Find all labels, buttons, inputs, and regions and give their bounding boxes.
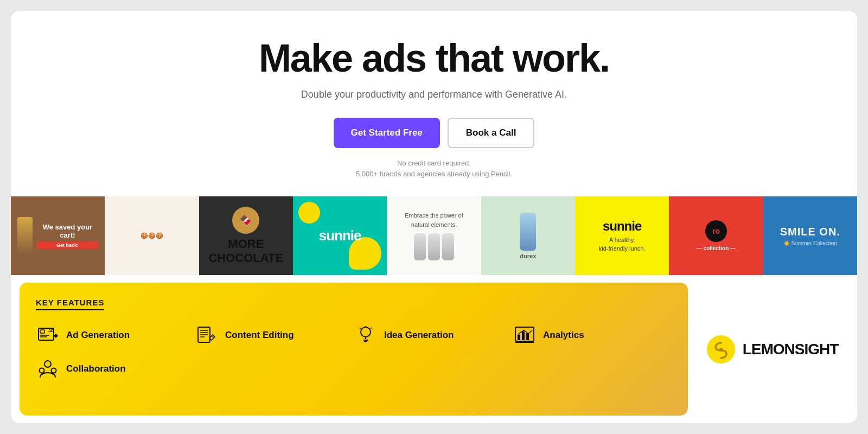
book-call-button[interactable]: Book a Call <box>448 118 535 148</box>
features-row-2: Collaboration <box>36 357 672 381</box>
hero-subtitle: Double your productivity and performance… <box>22 89 846 100</box>
svg-line-10 <box>212 336 214 338</box>
svg-line-17 <box>360 328 361 329</box>
lemonsight-panel: LEMONSIGHT <box>697 283 848 416</box>
svg-point-29 <box>719 348 723 351</box>
ad-generation-label: Ad Generation <box>66 330 130 341</box>
lemonsight-logo <box>707 335 735 363</box>
feature-collaboration: Collaboration <box>36 357 672 381</box>
collaboration-label: Collaboration <box>66 363 126 374</box>
feature-idea-generation: Idea Generation <box>354 323 513 347</box>
ad-card-6: durex <box>481 196 575 275</box>
idea-generation-label: Idea Generation <box>384 330 454 341</box>
svg-point-23 <box>44 361 51 367</box>
feature-analytics: Analytics <box>513 323 672 347</box>
svg-point-11 <box>361 327 371 337</box>
svg-rect-1 <box>40 330 44 333</box>
bottom-row: KEY FEATURES AD <box>11 275 857 423</box>
ad-generation-icon: AD <box>36 323 60 347</box>
ad-card-8: ro — collection — <box>669 196 763 275</box>
ad-card-1: We saved your cart! Get back! <box>11 196 105 275</box>
features-panel: KEY FEATURES AD <box>20 283 688 416</box>
features-title: KEY FEATURES <box>36 298 104 310</box>
content-editing-label: Content Editing <box>225 330 294 341</box>
feature-ad-generation: AD Ad Generation <box>36 323 195 347</box>
lemonsight-name: LEMONSIGHT <box>743 341 839 358</box>
content-editing-icon <box>195 323 219 347</box>
hero-buttons: Get Started Free Book a Call <box>22 118 846 148</box>
svg-text:AD: AD <box>48 329 54 333</box>
ad-gallery-strip: We saved your cart! Get back! 🍪🍪🍪 🍫 MORE… <box>11 196 857 275</box>
hero-section: Make ads that work. Double your producti… <box>11 11 857 196</box>
ad-card-4: sunnie <box>293 196 387 275</box>
ad-card-3: 🍫 MORE CHOCOLATE <box>199 196 293 275</box>
svg-rect-22 <box>526 333 529 340</box>
analytics-icon <box>513 323 537 347</box>
ad-card-5: Embrace the power ofnatural elements. <box>387 196 481 275</box>
feature-content-editing: Content Editing <box>195 323 354 347</box>
svg-rect-21 <box>522 331 525 340</box>
hero-note: No credit card required. 5,000+ brands a… <box>22 158 846 181</box>
ad-card-9: SMILE ON. ☀️ Summer Collection <box>763 196 857 275</box>
features-row-1: AD Ad Generation <box>36 323 672 347</box>
main-container: Make ads that work. Double your producti… <box>11 11 857 423</box>
collaboration-icon <box>36 357 60 381</box>
idea-generation-icon <box>354 323 378 347</box>
analytics-label: Analytics <box>543 330 584 341</box>
get-started-button[interactable]: Get Started Free <box>334 118 440 148</box>
ad-card-2: 🍪🍪🍪 <box>105 196 199 275</box>
svg-line-16 <box>371 328 372 329</box>
hero-title: Make ads that work. <box>22 38 846 79</box>
ad-card-7: sunnie A healthy,kid-friendly lunch. <box>575 196 669 275</box>
